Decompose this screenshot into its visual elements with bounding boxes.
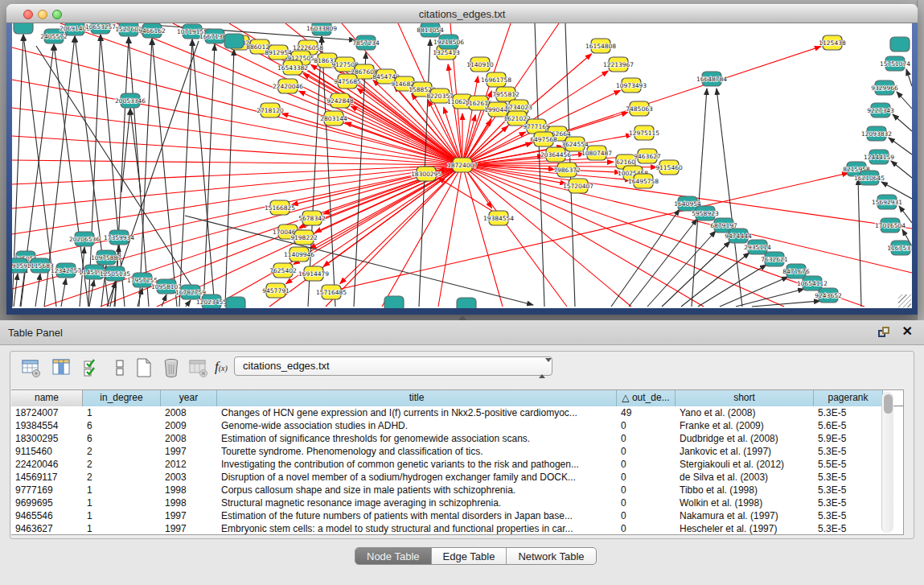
graph-node[interactable] xyxy=(226,297,245,308)
table-row[interactable]: 946554611997Estimation of the future num… xyxy=(11,509,903,522)
graph-node[interactable]: 9466162 xyxy=(138,23,166,38)
table-selector-dropdown[interactable]: citations_edges.txt xyxy=(234,356,552,376)
float-panel-icon[interactable] xyxy=(878,327,890,339)
graph-node[interactable]: 9329966 xyxy=(871,80,898,95)
graph-node[interactable]: 7625402 xyxy=(269,263,297,278)
graph-node[interactable]: 19384554 xyxy=(483,211,514,225)
table-cell: Genome-wide association studies in ADHD. xyxy=(217,419,617,432)
tab-edge-table[interactable]: Edge Table xyxy=(432,548,507,565)
column-header-pagerank[interactable]: pagerank xyxy=(814,390,883,406)
graph-node[interactable]: 9457791 xyxy=(262,283,290,298)
table-row[interactable]: 911546021997Tourette syndrome. Phenomeno… xyxy=(11,445,903,458)
graph-node[interactable]: 8813054 xyxy=(417,23,444,37)
table-row[interactable]: 977716911998Corpus callosum shape and si… xyxy=(11,484,903,496)
graph-node[interactable]: 9475685 xyxy=(334,74,361,89)
column-header-name[interactable]: name xyxy=(11,390,83,406)
graph-node[interactable]: 9242848 xyxy=(326,93,354,108)
graph-node[interactable] xyxy=(890,37,910,51)
table-row[interactable]: 2242004622012Investigating the contribut… xyxy=(11,458,903,471)
scrollbar-thumb[interactable] xyxy=(884,394,893,414)
graph-node[interactable] xyxy=(14,23,33,34)
table-panel-title: Table Panel xyxy=(8,327,63,339)
graph-node[interactable]: 1140910 xyxy=(466,57,494,72)
graph-node[interactable] xyxy=(224,34,244,48)
tab-node-table[interactable]: Node Table xyxy=(355,548,432,565)
graph-node[interactable]: 12213967 xyxy=(603,57,634,72)
graph-node[interactable]: 12975115 xyxy=(629,126,659,140)
table-cell: 5.6E-5 xyxy=(814,419,883,432)
graph-node[interactable]: 9198222 xyxy=(290,230,318,245)
delete-table-icon[interactable] xyxy=(160,356,183,379)
graph-node[interactable]: 15716485 xyxy=(316,285,347,299)
graph-node[interactable]: 16154808 xyxy=(585,39,616,53)
graph-node[interactable]: 9243652 xyxy=(815,288,842,303)
graph-node[interactable] xyxy=(384,296,404,308)
graph-node[interactable]: 39159 xyxy=(12,258,27,273)
table-vertical-scrollbar[interactable] xyxy=(881,392,893,533)
new-table-icon[interactable] xyxy=(133,356,155,379)
graph-node[interactable]: 9227343 xyxy=(867,103,894,117)
graph-node[interactable]: 16033809 xyxy=(306,23,337,35)
graph-node[interactable]: 1167533 xyxy=(887,241,912,255)
graph-node[interactable]: 22420046 xyxy=(273,79,303,93)
graph-node[interactable]: 9115460 xyxy=(655,160,683,175)
graph-node[interactable]: 2803144 xyxy=(320,111,347,126)
graph-node[interactable]: 2718120 xyxy=(257,103,284,117)
table-row[interactable]: 946362711997Embryonic stem cells: a mode… xyxy=(11,522,903,535)
graph-node[interactable]: 12342757 xyxy=(51,263,81,278)
graph-node[interactable]: 7857234 xyxy=(352,35,380,50)
tab-network-table[interactable]: Network Table xyxy=(507,548,595,565)
graph-node[interactable]: 7986372 xyxy=(553,163,581,177)
graph-node[interactable]: 1125438 xyxy=(819,35,846,50)
graph-node[interactable]: 16648784 xyxy=(696,72,727,86)
graph-node-label: 9242848 xyxy=(326,97,354,105)
graph-node[interactable]: 15166825 xyxy=(265,200,295,215)
graph-node[interactable]: 10653257 xyxy=(85,23,116,34)
graph-node[interactable]: 9463627 xyxy=(634,149,661,163)
graph-node[interactable]: 15751074 xyxy=(880,56,910,71)
column-header-short[interactable]: short xyxy=(676,390,814,406)
graph-node[interactable] xyxy=(457,298,476,308)
graph-node[interactable]: 17016504 xyxy=(875,218,906,233)
table-row[interactable]: 1830029562008Estimation of significance … xyxy=(11,432,903,445)
table-panel-titlebar[interactable]: Table Panel ✕ xyxy=(0,320,924,345)
column-header-title[interactable]: title xyxy=(217,390,617,406)
table-row[interactable]: 1938455462009Genome-wide association stu… xyxy=(11,419,903,432)
graph-node[interactable]: 10973493 xyxy=(616,78,647,93)
graph-node[interactable]: 15692931 xyxy=(872,195,902,209)
graph-node[interactable]: 7485063 xyxy=(626,101,653,116)
graph-node[interactable]: 1115683 xyxy=(27,258,54,273)
graph-node[interactable]: 16961758 xyxy=(481,72,511,87)
graph-node[interactable]: 6497568 xyxy=(530,132,557,146)
graph-node[interactable]: 15720407 xyxy=(563,179,593,193)
graph-node[interactable]: 12023455 xyxy=(196,295,227,308)
graph-node[interactable]: 5678342 xyxy=(298,211,326,225)
table-settings-icon[interactable] xyxy=(20,356,43,379)
table-row[interactable]: 1456911722003Disruption of a novel membe… xyxy=(11,471,903,484)
table-cell: de Silva et al. (2003) xyxy=(676,471,814,484)
graph-node[interactable]: 7955812 xyxy=(492,87,519,101)
graph-node[interactable]: 12444159 xyxy=(864,150,894,164)
resize-grip-icon[interactable] xyxy=(898,295,911,307)
column-header-year[interactable]: year xyxy=(161,390,217,406)
graph-node[interactable]: 20053346 xyxy=(115,93,146,108)
close-panel-icon[interactable]: ✕ xyxy=(902,325,913,338)
graph-node-label: 1640954 xyxy=(674,200,701,208)
row-height-icon[interactable] xyxy=(109,356,131,379)
network-view-window[interactable]: citations_edges.txt 18724007756382288601… xyxy=(6,4,918,315)
column-header-in-degree[interactable]: in_degree xyxy=(83,390,161,406)
graph-node[interactable]: 12093832 xyxy=(861,126,892,141)
table-row[interactable]: 969969511998Structural magnetic resonanc… xyxy=(11,496,903,509)
table-row[interactable]: 1872400712008Changes of HCN gene express… xyxy=(11,406,903,419)
graph-node[interactable]: 16914479 xyxy=(298,266,329,281)
graph-node[interactable]: 7632621 xyxy=(761,252,788,266)
column-header-out-de-[interactable]: △ out_de... xyxy=(617,390,676,406)
show-columns-icon[interactable] xyxy=(51,356,73,379)
select-rows-icon[interactable] xyxy=(81,356,104,379)
graph-node[interactable]: 9474444 xyxy=(725,229,752,243)
graph-node[interactable]: 5958923 xyxy=(692,206,719,220)
graph-node[interactable]: 17359934 xyxy=(104,230,134,245)
window-titlebar[interactable]: citations_edges.txt xyxy=(6,4,918,23)
network-graph-canvas[interactable]: 1872400775638228860128891295412226058912… xyxy=(12,23,912,308)
graph-node[interactable]: 20206536 xyxy=(69,232,100,246)
